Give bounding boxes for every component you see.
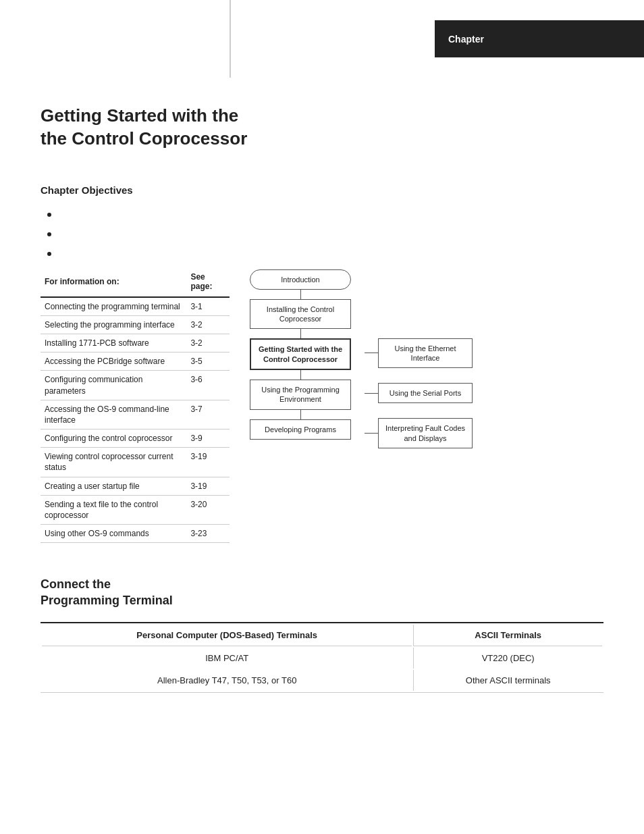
table-cell-page-10: 3-23 <box>186 525 230 543</box>
terminals-col2-row1: VT220 (DEC) <box>413 648 602 669</box>
header-vertical-line <box>230 0 231 78</box>
right-box-row-3: Interpreting Fault Codes and Displays <box>365 418 473 448</box>
table-cell-topic-6: Configuring the control coprocessor <box>41 429 186 448</box>
diagram-right2: Using the Serial Ports <box>378 383 473 403</box>
table-row-5: Accessing the OS-9 command-line interfac… <box>41 400 230 429</box>
diagram-right1: Using the Ethernet Interface <box>378 338 473 369</box>
right-spacer-top <box>365 269 473 323</box>
connector-v-2 <box>300 329 301 338</box>
chapter-objectives-heading: Chapter Objectives <box>41 184 603 196</box>
table-cell-page-4: 3-6 <box>186 371 230 400</box>
connect-heading: Connect the Programming Terminal <box>41 577 603 608</box>
table-cell-topic-9: Sending a text file to the control copro… <box>41 495 186 524</box>
right-chain: Using the Ethernet Interface Using the S… <box>365 269 473 448</box>
table-cell-page-7: 3-19 <box>186 448 230 477</box>
h-stub-2 <box>365 393 378 394</box>
table-cell-page-9: 3-20 <box>186 495 230 524</box>
terminals-table: Personal Computer (DOS-Based) Terminals … <box>41 622 603 693</box>
table-cell-page-2: 3-2 <box>186 334 230 352</box>
table-cell-page-3: 3-5 <box>186 353 230 371</box>
table-cell-topic-5: Accessing the OS-9 command-line interfac… <box>41 400 186 429</box>
diagram-box2: Getting Started with the Control Coproce… <box>250 338 351 370</box>
table-cell-topic-4: Configuring communication parameters <box>41 371 186 400</box>
title-line2: the Control Coprocessor <box>41 128 603 151</box>
table-cell-topic-10: Using other OS-9 commands <box>41 525 186 543</box>
bullet-list <box>47 209 603 256</box>
table-cell-topic-0: Connecting the programming terminal <box>41 297 186 316</box>
table-row-1: Selecting the programming interface3-2 <box>41 315 230 334</box>
left-chain: Introduction Installing the Control Copr… <box>250 269 351 440</box>
diagram-box4: Developing Programs <box>250 419 351 440</box>
terminals-col1-header: Personal Computer (DOS-Based) Terminals <box>42 625 412 646</box>
table-cell-topic-7: Viewing control coprocessor current stat… <box>41 448 186 477</box>
bullet-dot-2 <box>47 232 51 236</box>
table-row-4: Configuring communication parameters3-6 <box>41 371 230 400</box>
table-row-7: Viewing control coprocessor current stat… <box>41 448 230 477</box>
table-row-9: Sending a text file to the control copro… <box>41 495 230 524</box>
terminals-col2-header: ASCII Terminals <box>413 625 602 646</box>
diagram-area: Introduction Installing the Control Copr… <box>250 269 603 544</box>
main-content: Getting Started with the the Control Cop… <box>0 78 644 720</box>
diagram-box3: Using the Programming Environment <box>250 380 351 410</box>
table-row-10: Using other OS-9 commands3-23 <box>41 525 230 543</box>
table-cell-topic-2: Installing 1771-PCB software <box>41 334 186 352</box>
connector-v-1 <box>300 290 301 299</box>
table-cell-page-5: 3-7 <box>186 400 230 429</box>
diagram-box1: Installing the Control Coprocessor <box>250 299 351 330</box>
table-cell-topic-1: Selecting the programming interface <box>41 315 186 334</box>
bullet-dot-3 <box>47 252 51 256</box>
connect-heading-line2: Programming Terminal <box>41 593 603 608</box>
terminals-col1-row2: Allen-Bradley T47, T50, T53, or T60 <box>42 670 412 691</box>
terminals-col2-row2: Other ASCII terminals <box>413 670 602 691</box>
table-col1-header: For information on: <box>41 269 186 297</box>
table-cell-page-0: 3-1 <box>186 297 230 316</box>
bullet-dot-1 <box>47 213 51 217</box>
diagram-right3: Interpreting Fault Codes and Displays <box>378 418 473 448</box>
chapter-badge: Chapter <box>435 20 644 57</box>
table-row-8: Creating a user startup file3-19 <box>41 477 230 495</box>
table-cell-page-6: 3-9 <box>186 429 230 448</box>
table-cell-page-1: 3-2 <box>186 315 230 334</box>
chapter-title: Getting Started with the the Control Cop… <box>41 105 603 151</box>
page-header: Chapter <box>0 0 644 78</box>
h-stub-3 <box>365 433 378 434</box>
terminals-col1-row1: IBM PC/AT <box>42 648 412 669</box>
bullet-item-3 <box>47 249 603 256</box>
connector-v-4 <box>300 410 301 419</box>
diagram-introduction: Introduction <box>250 269 351 290</box>
table-col2-header: See page: <box>186 269 230 297</box>
bullet-item-2 <box>47 229 603 236</box>
right-box-row-2: Using the Serial Ports <box>365 383 473 403</box>
table-cell-page-8: 3-19 <box>186 477 230 495</box>
h-stub-1 <box>365 353 378 353</box>
connect-section: Connect the Programming Terminal Persona… <box>41 577 603 693</box>
table-row-3: Accessing the PCBridge software3-5 <box>41 353 230 371</box>
right-box-row-1: Using the Ethernet Interface <box>365 338 473 369</box>
chapter-label: Chapter <box>448 34 484 45</box>
connector-v-3 <box>300 370 301 380</box>
bullet-item-1 <box>47 209 603 217</box>
table-cell-topic-8: Creating a user startup file <box>41 477 186 495</box>
table-row-6: Configuring the control coprocessor3-9 <box>41 429 230 448</box>
title-line1: Getting Started with the <box>41 105 603 128</box>
info-layout: For information on: See page: Connecting… <box>41 269 603 544</box>
table-row-2: Installing 1771-PCB software3-2 <box>41 334 230 352</box>
info-table: For information on: See page: Connecting… <box>41 269 230 544</box>
table-cell-topic-3: Accessing the PCBridge software <box>41 353 186 371</box>
table-row-0: Connecting the programming terminal3-1 <box>41 297 230 316</box>
full-diagram: Introduction Installing the Control Copr… <box>250 269 473 544</box>
connect-heading-line1: Connect the <box>41 577 603 592</box>
